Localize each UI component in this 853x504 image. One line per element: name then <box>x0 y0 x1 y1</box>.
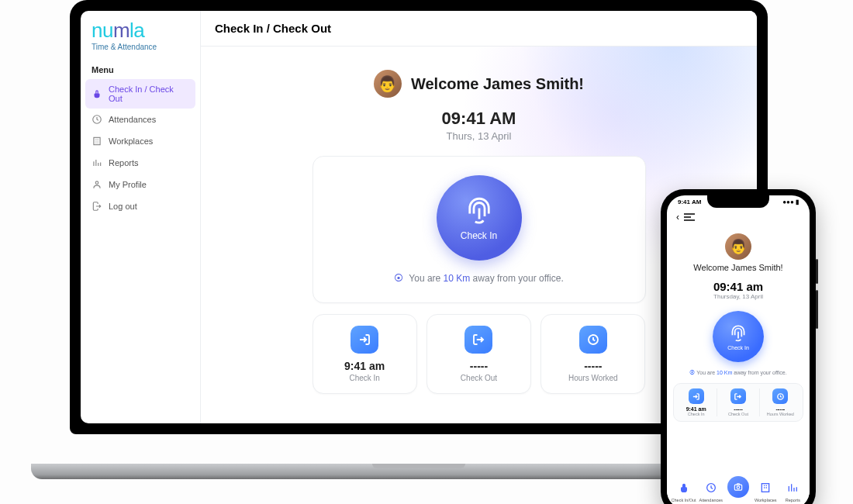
distance-text: ⦿ You are 10 Km away from your office. <box>332 273 627 284</box>
brand-logo: numla <box>92 19 189 43</box>
chart-icon <box>92 157 102 168</box>
phone-distance: ⦿ You are 10 Km away from your office. <box>667 370 810 375</box>
nav-item-workplaces[interactable]: Workplaces <box>752 479 779 502</box>
svg-rect-6 <box>734 485 741 490</box>
login-icon <box>351 326 378 354</box>
phone-checkin-button[interactable]: Check In <box>713 311 764 362</box>
svg-point-2 <box>95 181 98 185</box>
menu-item-label: My Profile <box>109 180 147 189</box>
clock-icon <box>92 114 102 125</box>
login-icon <box>689 388 704 404</box>
page-title: Check In / Check Out <box>201 11 757 47</box>
user-icon <box>92 179 102 190</box>
clock-date: Thurs, 13 April <box>201 130 757 142</box>
nav-label: Reports <box>779 498 806 502</box>
clock-icon <box>703 479 720 496</box>
chart-icon <box>784 479 801 496</box>
status-icons: ●●● ▮ <box>782 198 799 205</box>
stat-label: Check Out <box>438 374 520 382</box>
stat-checkin[interactable]: 9:41 am Check In <box>313 314 417 394</box>
clock-icon <box>579 326 607 354</box>
stat-value: 9:41 am <box>324 360 406 372</box>
stat-checkout[interactable]: ----- Check Out <box>427 314 531 394</box>
menu-item-label: Attendances <box>109 115 156 124</box>
phone-checkin-label: Check In <box>727 345 749 350</box>
stat-value: ----- <box>761 406 799 412</box>
checkin-button-label: Check In <box>461 230 497 241</box>
nav-label: Check In/Out <box>670 498 697 502</box>
stat-value: ----- <box>438 360 520 372</box>
nav-label: Workplaces <box>752 498 779 502</box>
phone-topbar: ‹ <box>667 205 810 229</box>
clock-icon <box>772 388 788 404</box>
phone-frame: 9:41 AM ●●● ▮ ‹ 👨 Welcome James Smith! 0… <box>661 189 816 504</box>
distance-km: 10 Km <box>717 370 732 375</box>
menu-item-label: Reports <box>109 158 139 167</box>
stat-label: Check Out <box>719 412 757 416</box>
back-icon[interactable]: ‹ <box>676 212 679 223</box>
distance-suffix: away from your office. <box>470 273 564 284</box>
menu-item-logout[interactable]: Log out <box>81 195 200 217</box>
checkin-card: Check In ⦿ You are 10 Km away from your … <box>313 156 646 303</box>
phone-welcome: Welcome James Smith! <box>667 263 810 272</box>
welcome-row: 👨 Welcome James Smith! <box>201 70 757 98</box>
distance-suffix: away from your office. <box>732 370 786 375</box>
fingerprint-icon <box>728 323 748 343</box>
phone-bottom-nav: Check In/Out Attendances Workplaces Repo… <box>667 475 810 504</box>
tap-icon <box>92 88 102 99</box>
phone-stat-checkout[interactable]: ----- Check Out <box>717 388 759 416</box>
checkin-button[interactable]: Check In <box>437 175 522 261</box>
brand-subtitle: Time & Attendance <box>92 43 189 51</box>
menu-item-reports[interactable]: Reports <box>81 152 200 174</box>
welcome-text: Welcome James Smith! <box>411 75 584 93</box>
menu-item-label: Log out <box>109 202 137 211</box>
stat-value: ----- <box>719 406 757 412</box>
clock-time: 09:41 AM <box>201 109 757 129</box>
stat-label: Hours Worked <box>761 412 799 416</box>
sidebar: numla Time & Attendance Menu Check In / … <box>81 11 201 423</box>
building-icon <box>92 136 102 147</box>
stat-label: Check In <box>677 412 715 416</box>
menu-item-profile[interactable]: My Profile <box>81 174 200 195</box>
nav-item-reports[interactable]: Reports <box>779 479 806 502</box>
menu-item-checkin[interactable]: Check In / Check Out <box>85 79 195 109</box>
menu-item-label: Workplaces <box>109 136 153 146</box>
fingerprint-icon <box>463 195 496 227</box>
phone-notch <box>707 195 769 208</box>
distance-prefix: You are <box>409 273 443 284</box>
logout-icon <box>464 326 492 354</box>
avatar: 👨 <box>374 70 402 98</box>
phone-avatar: 👨 <box>725 233 751 260</box>
svg-rect-1 <box>94 137 100 144</box>
logout-icon <box>730 388 746 404</box>
distance-km: 10 Km <box>444 273 471 284</box>
menu-item-workplaces[interactable]: Workplaces <box>81 130 200 152</box>
stat-label: Check In <box>324 374 406 382</box>
stat-hours[interactable]: ----- Hours Worked <box>540 314 645 394</box>
distance-prefix: You are <box>696 370 717 375</box>
phone-clock: 09:41 am Thursday, 13 April <box>667 280 810 300</box>
menu-item-attendances[interactable]: Attendances <box>81 109 200 130</box>
stats-row: 9:41 am Check In ----- Check Out ----- H… <box>313 314 646 394</box>
logout-icon <box>92 201 102 212</box>
status-time: 9:41 AM <box>678 198 701 205</box>
phone-stats: 9:41 am Check In ----- Check Out ----- H… <box>673 383 803 422</box>
phone-stat-checkin[interactable]: 9:41 am Check In <box>675 388 717 416</box>
building-icon <box>757 479 774 496</box>
svg-point-7 <box>737 486 740 489</box>
phone-stat-hours[interactable]: ----- Hours Worked <box>760 388 801 416</box>
nav-label: Attendances <box>697 498 724 502</box>
stat-label: Hours Worked <box>552 374 634 382</box>
menu-item-label: Check In / Check Out <box>109 85 189 103</box>
phone-date: Thursday, 13 April <box>667 293 810 300</box>
menu-icon[interactable] <box>684 210 695 224</box>
nav-item-attendances[interactable]: Attendances <box>697 479 724 502</box>
pin-icon: ⦿ <box>689 370 695 375</box>
svg-rect-8 <box>762 484 769 492</box>
nav-item-checkin[interactable]: Check In/Out <box>670 479 697 502</box>
brand: numla Time & Attendance <box>81 19 200 54</box>
camera-icon <box>727 476 749 498</box>
stat-value: ----- <box>552 360 634 372</box>
clock: 09:41 AM Thurs, 13 April <box>201 109 757 142</box>
nav-item-camera[interactable] <box>724 479 751 502</box>
